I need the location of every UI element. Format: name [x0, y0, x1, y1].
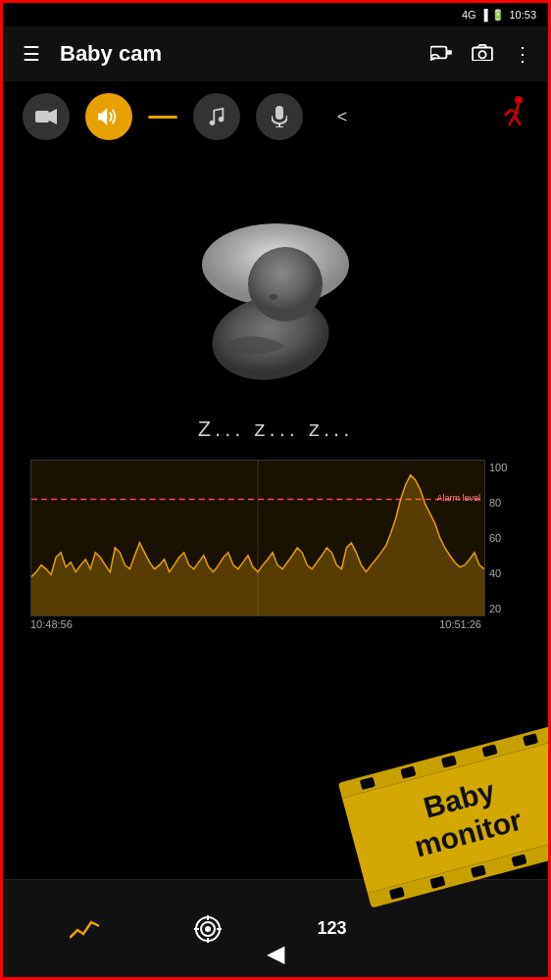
y-label-40: 40	[489, 567, 517, 579]
video-button[interactable]	[23, 93, 70, 140]
app-bar: ☰ Baby cam ⋮	[3, 26, 548, 81]
y-label-100: 100	[489, 462, 517, 473]
svg-point-30	[206, 927, 210, 931]
film-hole	[481, 744, 497, 757]
nav-stats[interactable]	[70, 918, 99, 940]
svg-point-8	[210, 121, 215, 125]
film-hole	[471, 865, 486, 878]
svg-point-9	[219, 117, 224, 122]
x-label-start: 10:48:56	[30, 618, 73, 630]
chart-wrapper: Alarm level 100 80 60 40 20 10:48:56 10:…	[30, 460, 521, 632]
svg-rect-2	[446, 50, 451, 55]
y-label-60: 60	[489, 532, 517, 544]
alarm-level-label: Alarm level	[436, 493, 480, 503]
back-button[interactable]: ◀	[267, 940, 284, 967]
volume-slider[interactable]	[148, 116, 177, 119]
controls-row: <	[3, 81, 548, 152]
mic-button[interactable]	[256, 93, 303, 140]
main-content: Z... z... z... Alarm le	[3, 152, 548, 632]
svg-marker-6	[49, 109, 57, 124]
signal-icon: 4G	[462, 9, 476, 21]
film-hole	[441, 755, 457, 767]
baby-svg	[177, 191, 374, 387]
svg-rect-5	[35, 111, 49, 122]
film-hole	[401, 766, 417, 779]
time-display: 10:53	[509, 9, 536, 21]
film-hole	[389, 887, 405, 900]
y-label-80: 80	[489, 497, 517, 509]
baby-illustration	[177, 191, 374, 387]
film-hole	[511, 854, 526, 866]
signal-bars: ▐	[480, 9, 488, 21]
motion-detect-icon[interactable]	[501, 96, 528, 138]
svg-marker-7	[98, 108, 107, 125]
svg-line-17	[505, 110, 511, 116]
chart-y-axis: 100 80 60 40 20	[485, 460, 521, 616]
sleep-text: Z... z... z...	[198, 416, 354, 442]
more-options-button[interactable]: ⋮	[509, 38, 536, 70]
film-hole	[430, 876, 446, 889]
sound-chart: Alarm level	[30, 460, 485, 616]
y-label-20: 20	[489, 603, 517, 614]
svg-point-21	[248, 247, 323, 321]
nav-target[interactable]	[194, 915, 222, 943]
film-hole	[523, 733, 538, 746]
svg-point-4	[478, 51, 485, 58]
status-bar: 4G ▐ 🔋 10:53	[3, 3, 548, 26]
music-button[interactable]	[193, 93, 240, 140]
svg-rect-10	[276, 106, 283, 120]
svg-point-22	[270, 294, 277, 300]
back-icon-button[interactable]: <	[319, 93, 366, 140]
svg-point-13	[515, 96, 523, 104]
page-title: Baby cam	[60, 41, 426, 67]
app-bar-actions: ⋮	[426, 38, 536, 70]
film-hole	[360, 777, 376, 790]
chart-x-axis: 10:48:56 10:51:26	[30, 616, 521, 632]
svg-line-15	[509, 116, 515, 125]
keypad-label: 123	[317, 918, 346, 939]
badge-text: Babymonitor	[402, 768, 526, 864]
volume-button[interactable]	[85, 93, 132, 140]
battery-icon: 🔋	[491, 9, 505, 22]
svg-line-16	[515, 116, 521, 125]
chart-svg	[31, 461, 484, 615]
camera-button[interactable]	[468, 39, 497, 70]
status-icons: 4G ▐ 🔋 10:53	[462, 9, 536, 22]
cast-button[interactable]	[426, 39, 456, 70]
menu-button[interactable]: ☰	[15, 34, 48, 74]
nav-keypad[interactable]: 123	[317, 918, 346, 939]
x-label-end: 10:51:26	[439, 618, 481, 630]
chart-body: Alarm level 100 80 60 40 20	[30, 460, 521, 616]
